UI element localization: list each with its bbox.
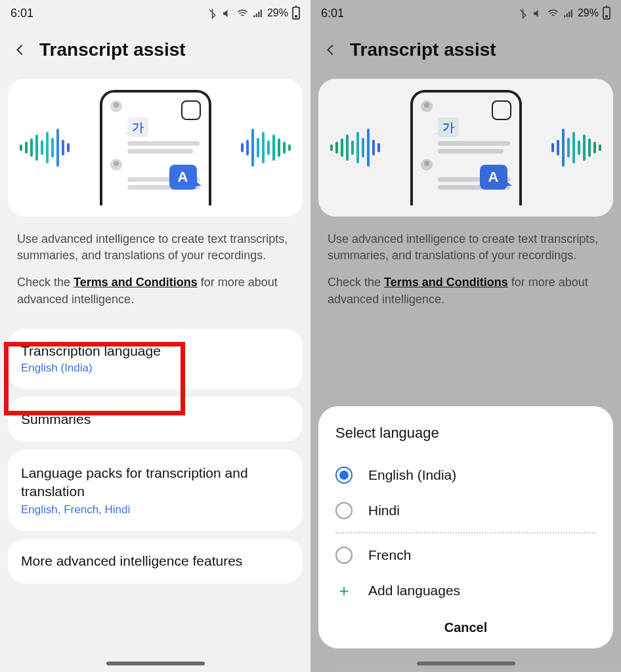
swap-icon: [181, 100, 201, 120]
status-time: 6:01: [321, 7, 344, 20]
battery-icon: [292, 7, 300, 20]
korean-bubble-icon: 가: [127, 117, 148, 137]
add-label: Add languages: [368, 583, 460, 598]
page-title: Transcript assist: [39, 39, 186, 60]
signal-icon: [252, 8, 263, 19]
transcription-language-item[interactable]: Transcription language English (India): [8, 329, 303, 389]
nav-indicator[interactable]: [417, 662, 515, 665]
radio-unchecked-icon[interactable]: [335, 547, 353, 564]
sound-wave-right-icon: [241, 129, 291, 167]
description-block: Use advanced intelligence to create text…: [0, 217, 310, 325]
language-option-french[interactable]: French: [335, 537, 596, 573]
page-header: Transcript assist: [0, 26, 310, 79]
sheet-title: Select language: [335, 425, 596, 442]
wifi-icon: [547, 8, 559, 19]
screen-right: 6:01 29% Transcript assist: [310, 0, 621, 672]
latin-bubble-icon: A: [169, 165, 197, 190]
screen-left: 6:01 29% Transcript assist: [0, 0, 310, 672]
back-icon[interactable]: [13, 43, 28, 57]
swap-icon: [492, 100, 511, 120]
summaries-item[interactable]: Summaries: [8, 397, 303, 442]
item-value: English (India): [21, 362, 289, 375]
plus-icon: +: [335, 582, 353, 599]
phone-illustration: 가 A: [100, 90, 211, 205]
page-header: Transcript assist: [310, 26, 621, 79]
battery-percent: 29%: [578, 7, 599, 19]
intro-text: Use advanced intelligence to create text…: [328, 231, 604, 264]
option-label: English (India): [368, 467, 456, 483]
radio-unchecked-icon[interactable]: [335, 502, 353, 519]
status-bar: 6:01 29%: [310, 0, 621, 26]
back-icon[interactable]: [324, 43, 338, 57]
terms-text: Check the Terms and Conditions for more …: [328, 274, 604, 307]
more-features-item[interactable]: More advanced intelligence features: [8, 539, 303, 583]
cancel-button[interactable]: Cancel: [335, 608, 596, 635]
mute-icon: [532, 8, 544, 19]
sound-wave-right-icon: [551, 129, 601, 167]
language-packs-item[interactable]: Language packs for transcription and tra…: [8, 450, 303, 532]
terms-text: Check the Terms and Conditions for more …: [17, 274, 293, 307]
intro-text: Use advanced intelligence to create text…: [17, 231, 293, 264]
divider: [335, 532, 596, 534]
language-option asegurarse-option-english[interactable]: English (India): [335, 457, 596, 493]
latin-bubble-icon: A: [480, 165, 507, 190]
phone-illustration: 가 A: [410, 90, 522, 205]
nav-indicator[interactable]: [106, 662, 205, 665]
item-value: English, French, Hindi: [21, 503, 289, 516]
signal-icon: [563, 8, 574, 19]
language-option-hindi[interactable]: Hindi: [335, 493, 596, 528]
status-bar: 6:01 29%: [0, 0, 310, 26]
bluetooth-icon: [517, 8, 528, 19]
wifi-icon: [237, 8, 248, 19]
item-label: Summaries: [21, 411, 289, 427]
add-languages-button[interactable]: + Add languages: [335, 573, 596, 608]
sound-wave-left-icon: [330, 129, 380, 167]
description-block: Use advanced intelligence to create text…: [310, 217, 621, 325]
korean-bubble-icon: 가: [438, 117, 459, 137]
battery-percent: 29%: [267, 7, 288, 19]
battery-icon: [603, 7, 610, 20]
terms-link[interactable]: Terms and Conditions: [384, 276, 508, 289]
select-language-sheet: Select language English (India) Hindi Fr…: [318, 406, 613, 648]
illustration-card: 가 A: [8, 79, 303, 217]
bluetooth-icon: [207, 8, 218, 19]
item-label: Transcription language: [21, 343, 289, 359]
illustration-card: 가 A: [318, 79, 613, 217]
radio-checked-icon[interactable]: [335, 467, 353, 484]
mute-icon: [222, 8, 233, 19]
item-label: More advanced intelligence features: [21, 553, 289, 569]
sound-wave-left-icon: [20, 129, 70, 167]
option-label: French: [368, 547, 411, 563]
terms-link[interactable]: Terms and Conditions: [74, 276, 198, 289]
status-time: 6:01: [11, 7, 33, 20]
option-label: Hindi: [368, 503, 400, 518]
page-title: Transcript assist: [350, 39, 496, 60]
item-label: Language packs for transcription and tra…: [21, 464, 289, 501]
